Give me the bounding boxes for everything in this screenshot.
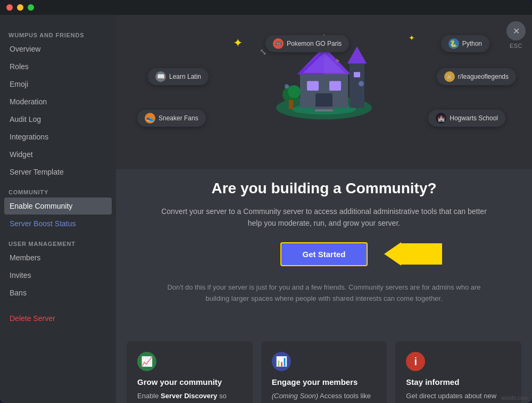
yellow-arrow-icon <box>384 242 442 266</box>
minimize-button[interactable] <box>17 4 23 11</box>
sidebar-item-integrations[interactable]: Integrations <box>4 128 112 145</box>
bubble-hogwarts[interactable]: 🏰 Hogwarts School <box>428 110 505 127</box>
svg-point-15 <box>288 85 301 98</box>
content-area: WUMPUS AND FRIENDS Overview Roles Emoji … <box>0 15 532 403</box>
hero-illustration: ✦ ★ ✦ ✦ ⤡ <box>116 26 532 137</box>
app-window: WUMPUS AND FRIENDS Overview Roles Emoji … <box>0 0 532 403</box>
bubble-pokemon[interactable]: 🎮 Pokemon GO Paris <box>265 35 349 52</box>
stay-informed-icon: i <box>406 352 425 371</box>
hero-section: ✦ ★ ✦ ✦ ⤡ <box>116 15 532 169</box>
close-icon: ✕ <box>513 26 520 36</box>
svg-rect-13 <box>354 72 360 77</box>
sidebar-section-user-mgmt: USER MANAGEMENT <box>4 236 112 249</box>
delete-server-button[interactable]: Delete Server <box>4 310 112 327</box>
bubble-python[interactable]: 🐍 Python <box>441 35 489 52</box>
community-description: Convert your server to a Community serve… <box>159 205 489 229</box>
sidebar-item-members[interactable]: Members <box>4 249 112 266</box>
esc-button[interactable]: ✕ ESC <box>506 21 526 49</box>
engage-members-title: Engage your members <box>272 377 377 386</box>
sparkle-icon: ✦ <box>233 36 243 50</box>
sidebar-item-invites[interactable]: Invites <box>4 267 112 284</box>
svg-point-20 <box>285 84 289 88</box>
sidebar-item-enable-community[interactable]: Enable Community <box>4 198 112 215</box>
sidebar-item-roles[interactable]: Roles <box>4 58 112 75</box>
svg-rect-18 <box>315 109 333 111</box>
svg-rect-17 <box>313 106 335 109</box>
main-content: ✕ ESC ✦ ★ ✦ ✦ ⤡ <box>116 15 532 403</box>
sidebar-item-moderation[interactable]: Moderation <box>4 93 112 110</box>
stay-informed-text: Get direct updates about new features bu… <box>406 391 511 403</box>
watermark: wsxdn.com <box>501 395 528 401</box>
sidebar: WUMPUS AND FRIENDS Overview Roles Emoji … <box>0 15 116 403</box>
bubble-league-label: r/leagueoflegends <box>458 73 509 80</box>
community-content-section: Are you building a Community? Convert yo… <box>116 169 532 341</box>
sidebar-section-server: WUMPUS AND FRIENDS <box>4 28 112 40</box>
sidebar-section-community: COMMUNITY <box>4 185 112 198</box>
engage-members-text: (Coming Soon) Access tools like Server I… <box>272 391 377 403</box>
sidebar-item-emoji[interactable]: Emoji <box>4 76 112 93</box>
bubble-python-icon: 🐍 <box>448 38 459 49</box>
feature-cards-section: 📈 Grow your community Enable Server Disc… <box>116 341 532 403</box>
bubble-pokemon-icon: 🎮 <box>273 38 284 49</box>
title-bar <box>0 0 532 15</box>
feature-card-engage: 📊 Engage your members (Coming Soon) Acce… <box>261 341 387 403</box>
feature-card-informed: i Stay informed Get direct updates about… <box>395 341 521 403</box>
svg-point-19 <box>359 81 364 86</box>
sidebar-item-server-template[interactable]: Server Template <box>4 163 112 180</box>
svg-rect-8 <box>315 93 332 108</box>
get-started-wrapper: Get Started <box>280 242 368 266</box>
bubble-latin-label: Learn Latin <box>169 73 201 80</box>
feature-card-grow: 📈 Grow your community Enable Server Disc… <box>127 341 253 403</box>
close-button[interactable] <box>6 4 13 11</box>
sidebar-item-server-boost[interactable]: Server Boost Status <box>4 215 112 232</box>
grow-community-icon: 📈 <box>137 352 156 371</box>
sidebar-item-overview[interactable]: Overview <box>4 40 112 57</box>
bubble-hogwarts-icon: 🏰 <box>436 113 446 124</box>
resize-icon: ⤡ <box>260 47 267 57</box>
grow-community-title: Grow your community <box>137 377 242 386</box>
bubble-sneakers[interactable]: 👟 Sneaker Fans <box>137 110 206 127</box>
svg-rect-6 <box>307 81 319 91</box>
coming-soon-label: (Coming Soon) <box>272 392 318 400</box>
bubble-league[interactable]: ⚔ r/leagueoflegends <box>437 68 516 85</box>
bubble-sneakers-label: Sneaker Fans <box>159 114 198 122</box>
community-note: Don't do this if your server is just for… <box>159 282 489 305</box>
svg-rect-7 <box>329 81 341 91</box>
sparkle-icon-3: ✦ <box>409 34 415 42</box>
sidebar-item-audit-log[interactable]: Audit Log <box>4 111 112 128</box>
page-title: Are you building a Community? <box>159 180 489 197</box>
server-discovery-link[interactable]: Server Discovery <box>161 392 217 400</box>
svg-rect-16 <box>289 100 293 109</box>
grow-community-text: Enable Server Discovery so more people c… <box>137 391 242 403</box>
esc-label: ESC <box>510 43 522 49</box>
bubble-pokemon-label: Pokemon GO Paris <box>287 40 342 47</box>
bubble-latin-icon: 📖 <box>155 71 166 82</box>
bubble-league-icon: ⚔ <box>444 71 455 82</box>
get-started-button[interactable]: Get Started <box>280 242 368 266</box>
sidebar-item-widget[interactable]: Widget <box>4 146 112 163</box>
svg-marker-12 <box>347 46 367 63</box>
bubble-latin[interactable]: 📖 Learn Latin <box>148 68 209 85</box>
engage-text-before: Access tools like <box>318 392 371 400</box>
stay-informed-title: Stay informed <box>406 377 511 386</box>
sidebar-item-bans[interactable]: Bans <box>4 284 112 301</box>
bubble-python-label: Python <box>462 40 482 47</box>
bubble-sneakers-icon: 👟 <box>145 113 155 124</box>
grow-text-before: Enable <box>137 392 161 400</box>
esc-circle-icon: ✕ <box>506 21 526 40</box>
arrow-indicator <box>384 242 442 266</box>
bubble-hogwarts-label: Hogwarts School <box>450 114 498 122</box>
maximize-button[interactable] <box>28 4 34 11</box>
engage-members-icon: 📊 <box>272 352 291 371</box>
